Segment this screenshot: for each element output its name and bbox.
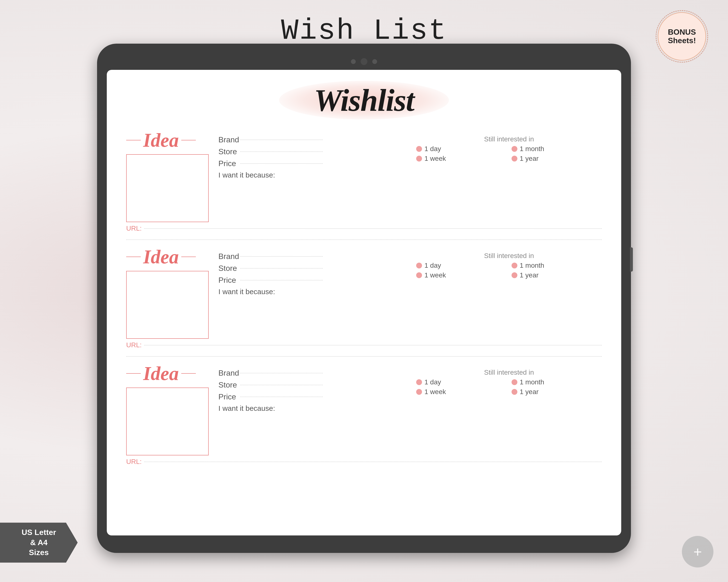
zoom-icon[interactable]: +: [682, 536, 713, 567]
brand-row-1: Brand: [218, 135, 404, 144]
label-1day-1: 1 day: [424, 145, 441, 153]
still-interested-label-1: Still interested in: [416, 135, 602, 143]
label-1week-3: 1 week: [424, 388, 446, 396]
tablet-side-button: [630, 247, 633, 272]
size-badge-text: US Letter & A4 Sizes: [22, 528, 56, 557]
label-1day-2: 1 day: [424, 262, 441, 270]
idea-line-right-1: [181, 140, 196, 140]
idea-label-2: Idea: [143, 247, 179, 267]
idea-line-right-3: [181, 373, 196, 374]
price-line-1: [240, 163, 323, 164]
store-label-2: Store: [218, 264, 240, 273]
idea-label-3: Idea: [143, 364, 179, 383]
store-row-2: Store: [218, 264, 404, 273]
option-1year-3: 1 year: [512, 388, 602, 396]
bonus-badge: BONUS Sheets!: [655, 10, 709, 63]
store-line-2: [240, 268, 323, 269]
dot-1week-1: [416, 156, 422, 162]
option-1year-1: 1 year: [512, 155, 602, 163]
tablet-screen: Wishlist Idea: [107, 70, 621, 535]
idea-image-area-3: Idea: [126, 364, 209, 455]
idea-entry-2: Idea Brand S: [126, 247, 602, 349]
idea-line-left-2: [126, 256, 141, 257]
still-interested-label-3: Still interested in: [416, 368, 602, 377]
dot-1month-3: [512, 379, 517, 385]
interest-options-2: 1 day 1 month 1 week: [416, 262, 602, 279]
dot-1week-2: [416, 272, 422, 278]
idea-details-1: Brand Store Price I want it: [218, 131, 602, 179]
price-line-3: [240, 397, 323, 397]
still-interested-2: Still interested in 1 day 1 month: [416, 252, 602, 279]
camera-dot-left: [351, 59, 356, 64]
store-row-3: Store: [218, 381, 404, 389]
store-line-1: [240, 151, 323, 152]
zoom-plus-icon: +: [693, 544, 702, 560]
label-1week-1: 1 week: [424, 155, 446, 163]
price-row-2: Price: [218, 276, 404, 285]
brand-row-3: Brand: [218, 368, 404, 378]
idea-details-2: Brand Store Price I want it: [218, 247, 602, 296]
dot-1week-3: [416, 389, 422, 395]
idea-image-box-3: [126, 388, 209, 455]
option-1week-3: 1 week: [416, 388, 507, 396]
url-row-2: URL:: [126, 341, 602, 349]
idea-line-left-1: [126, 140, 141, 140]
idea-entry-1: Idea Brand S: [126, 131, 602, 232]
idea-line-left-3: [126, 373, 141, 374]
dot-1day-1: [416, 146, 422, 152]
option-1day-1: 1 day: [416, 145, 507, 153]
price-label-2: Price: [218, 276, 240, 285]
option-1month-1: 1 month: [512, 145, 602, 153]
page-title: Wish List: [281, 15, 447, 48]
idea-label-1: Idea: [143, 131, 179, 150]
brand-line-3: [240, 373, 323, 373]
option-1year-2: 1 year: [512, 271, 602, 279]
divider-2: [126, 356, 602, 357]
option-1week-2: 1 week: [416, 271, 507, 279]
want-because-3: I want it because:: [218, 404, 404, 413]
idea-entry-3: Idea Brand S: [126, 364, 602, 466]
dot-1month-1: [512, 146, 517, 152]
idea-details-3: Brand Store Price I want it: [218, 364, 602, 413]
brand-label-2: Brand: [218, 252, 240, 261]
dot-1year-1: [512, 156, 517, 162]
wishlist-title: Wishlist: [314, 82, 414, 118]
price-label-3: Price: [218, 392, 240, 401]
option-1week-1: 1 week: [416, 155, 507, 163]
store-row-1: Store: [218, 147, 404, 156]
label-1month-3: 1 month: [520, 378, 544, 386]
dot-1month-2: [512, 262, 517, 269]
still-interested-label-2: Still interested in: [416, 252, 602, 260]
store-label-1: Store: [218, 147, 240, 156]
label-1year-2: 1 year: [520, 271, 539, 279]
want-because-2: I want it because:: [218, 287, 404, 296]
still-interested-1: Still interested in 1 day 1 month: [416, 135, 602, 163]
url-row-3: URL:: [126, 458, 602, 466]
label-1month-1: 1 month: [520, 145, 544, 153]
divider-1: [126, 240, 602, 240]
price-row-1: Price: [218, 159, 404, 168]
label-1day-3: 1 day: [424, 378, 441, 386]
dot-1year-2: [512, 272, 517, 278]
option-1day-2: 1 day: [416, 262, 507, 270]
camera-dot-right: [372, 59, 377, 64]
brand-row-2: Brand: [218, 252, 404, 261]
dot-1day-2: [416, 262, 422, 269]
option-1month-3: 1 month: [512, 378, 602, 386]
brand-line-1: [240, 140, 323, 140]
option-1month-2: 1 month: [512, 262, 602, 270]
label-1year-1: 1 year: [520, 155, 539, 163]
option-1day-3: 1 day: [416, 378, 507, 386]
url-line-1: [144, 228, 602, 229]
store-label-3: Store: [218, 381, 240, 389]
dot-1year-3: [512, 389, 517, 395]
want-because-1: I want it because:: [218, 171, 404, 179]
brand-label-3: Brand: [218, 368, 240, 378]
camera-dot-center: [361, 58, 367, 65]
still-interested-3: Still interested in 1 day 1 month: [416, 368, 602, 396]
idea-line-right-2: [181, 256, 196, 257]
size-badge: US Letter & A4 Sizes: [0, 523, 78, 563]
idea-image-area-1: Idea: [126, 131, 209, 222]
idea-image-area-2: Idea: [126, 247, 209, 339]
brand-label-1: Brand: [218, 135, 240, 144]
